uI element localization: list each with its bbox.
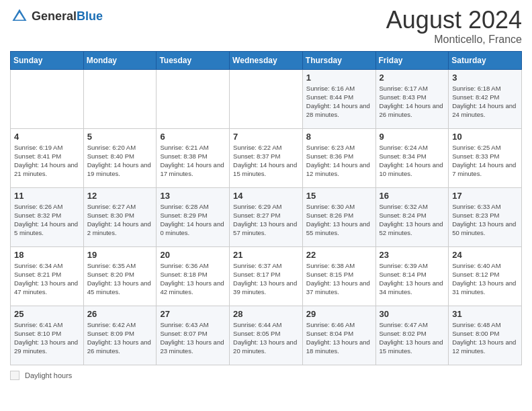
calendar-day-cell: 23Sunrise: 6:39 AM Sunset: 8:14 PM Dayli… [375, 246, 449, 306]
day-number: 4 [14, 132, 80, 142]
day-number: 11 [14, 191, 80, 201]
calendar-day-cell: 13Sunrise: 6:28 AM Sunset: 8:29 PM Dayli… [157, 187, 230, 246]
day-info: Sunrise: 6:38 AM Sunset: 8:15 PM Dayligh… [306, 261, 372, 297]
calendar-day-cell [157, 69, 230, 128]
page-header: GeneralBlue August 2024 Monticello, Fran… [10, 7, 522, 46]
calendar-day-cell: 21Sunrise: 6:37 AM Sunset: 8:17 PM Dayli… [230, 246, 303, 306]
day-number: 23 [380, 250, 445, 260]
day-info: Sunrise: 6:26 AM Sunset: 8:32 PM Dayligh… [14, 202, 80, 238]
calendar-day-cell: 27Sunrise: 6:43 AM Sunset: 8:07 PM Dayli… [157, 306, 230, 365]
logo-general: General [32, 10, 77, 22]
calendar-day-cell: 22Sunrise: 6:38 AM Sunset: 8:15 PM Dayli… [302, 246, 375, 306]
day-info: Sunrise: 6:46 AM Sunset: 8:04 PM Dayligh… [306, 320, 372, 356]
calendar-day-cell: 2Sunrise: 6:17 AM Sunset: 8:43 PM Daylig… [375, 69, 449, 128]
title-block: August 2024 Monticello, France [386, 7, 522, 46]
calendar-day-cell: 28Sunrise: 6:44 AM Sunset: 8:05 PM Dayli… [230, 306, 303, 365]
day-info: Sunrise: 6:16 AM Sunset: 8:44 PM Dayligh… [306, 84, 372, 120]
calendar-day-cell: 29Sunrise: 6:46 AM Sunset: 8:04 PM Dayli… [302, 306, 375, 365]
day-info: Sunrise: 6:37 AM Sunset: 8:17 PM Dayligh… [233, 261, 299, 297]
calendar-table: SundayMondayTuesdayWednesdayThursdayFrid… [10, 51, 522, 365]
calendar-day-cell: 18Sunrise: 6:34 AM Sunset: 8:21 PM Dayli… [11, 246, 84, 306]
calendar-day-cell: 1Sunrise: 6:16 AM Sunset: 8:44 PM Daylig… [302, 69, 375, 128]
day-info: Sunrise: 6:44 AM Sunset: 8:05 PM Dayligh… [233, 320, 299, 356]
day-number: 31 [452, 309, 518, 319]
calendar-day-cell: 9Sunrise: 6:24 AM Sunset: 8:34 PM Daylig… [375, 128, 449, 187]
day-number: 9 [380, 132, 445, 142]
calendar-week-row: 4Sunrise: 6:19 AM Sunset: 8:41 PM Daylig… [11, 128, 522, 187]
day-info: Sunrise: 6:30 AM Sunset: 8:26 PM Dayligh… [306, 202, 372, 238]
day-info: Sunrise: 6:36 AM Sunset: 8:18 PM Dayligh… [160, 261, 226, 297]
day-info: Sunrise: 6:29 AM Sunset: 8:27 PM Dayligh… [233, 202, 299, 238]
calendar-day-cell: 24Sunrise: 6:40 AM Sunset: 8:12 PM Dayli… [449, 246, 522, 306]
day-number: 25 [14, 309, 80, 319]
day-info: Sunrise: 6:41 AM Sunset: 8:10 PM Dayligh… [14, 320, 80, 356]
day-number: 24 [452, 250, 518, 260]
day-info: Sunrise: 6:24 AM Sunset: 8:34 PM Dayligh… [380, 143, 445, 179]
day-number: 12 [87, 191, 153, 201]
calendar-day-header: Monday [83, 51, 157, 69]
logo: GeneralBlue [10, 7, 103, 26]
calendar-day-cell: 6Sunrise: 6:21 AM Sunset: 8:38 PM Daylig… [157, 128, 230, 187]
calendar-day-header: Sunday [11, 51, 84, 69]
calendar-week-row: 25Sunrise: 6:41 AM Sunset: 8:10 PM Dayli… [11, 306, 522, 365]
calendar-header-row: SundayMondayTuesdayWednesdayThursdayFrid… [11, 51, 522, 69]
day-number: 26 [87, 309, 153, 319]
day-info: Sunrise: 6:48 AM Sunset: 8:00 PM Dayligh… [452, 320, 518, 356]
day-number: 16 [380, 191, 445, 201]
month-year-title: August 2024 [386, 7, 522, 34]
day-info: Sunrise: 6:21 AM Sunset: 8:38 PM Dayligh… [160, 143, 226, 179]
calendar-day-cell: 7Sunrise: 6:22 AM Sunset: 8:37 PM Daylig… [230, 128, 303, 187]
day-info: Sunrise: 6:47 AM Sunset: 8:02 PM Dayligh… [380, 320, 445, 356]
day-number: 3 [452, 73, 518, 83]
day-info: Sunrise: 6:20 AM Sunset: 8:40 PM Dayligh… [87, 143, 153, 179]
day-number: 20 [160, 250, 226, 260]
calendar-day-cell [83, 69, 157, 128]
day-info: Sunrise: 6:33 AM Sunset: 8:23 PM Dayligh… [452, 202, 518, 238]
day-info: Sunrise: 6:28 AM Sunset: 8:29 PM Dayligh… [160, 202, 226, 238]
legend-label: Daylight hours [25, 371, 72, 379]
day-number: 5 [87, 132, 153, 142]
logo-blue: Blue [77, 10, 103, 22]
day-number: 29 [306, 309, 372, 319]
calendar-day-cell: 19Sunrise: 6:35 AM Sunset: 8:20 PM Dayli… [83, 246, 157, 306]
day-number: 17 [452, 191, 518, 201]
calendar-day-cell: 4Sunrise: 6:19 AM Sunset: 8:41 PM Daylig… [11, 128, 84, 187]
day-number: 15 [306, 191, 372, 201]
day-info: Sunrise: 6:19 AM Sunset: 8:41 PM Dayligh… [14, 143, 80, 179]
day-number: 6 [160, 132, 226, 142]
day-info: Sunrise: 6:43 AM Sunset: 8:07 PM Dayligh… [160, 320, 226, 356]
calendar-day-cell: 20Sunrise: 6:36 AM Sunset: 8:18 PM Dayli… [157, 246, 230, 306]
day-info: Sunrise: 6:35 AM Sunset: 8:20 PM Dayligh… [87, 261, 153, 297]
calendar-day-cell: 17Sunrise: 6:33 AM Sunset: 8:23 PM Dayli… [449, 187, 522, 246]
calendar-day-header: Saturday [449, 51, 522, 69]
day-info: Sunrise: 6:39 AM Sunset: 8:14 PM Dayligh… [380, 261, 445, 297]
day-number: 18 [14, 250, 80, 260]
location-subtitle: Monticello, France [386, 34, 522, 46]
day-number: 14 [233, 191, 299, 201]
calendar-day-cell: 10Sunrise: 6:25 AM Sunset: 8:33 PM Dayli… [449, 128, 522, 187]
calendar-day-cell: 14Sunrise: 6:29 AM Sunset: 8:27 PM Dayli… [230, 187, 303, 246]
calendar-day-cell: 5Sunrise: 6:20 AM Sunset: 8:40 PM Daylig… [83, 128, 157, 187]
calendar-day-cell: 25Sunrise: 6:41 AM Sunset: 8:10 PM Dayli… [11, 306, 84, 365]
generalblue-icon [10, 7, 29, 26]
calendar-day-cell [230, 69, 303, 128]
calendar-day-header: Friday [375, 51, 449, 69]
calendar-day-cell: 30Sunrise: 6:47 AM Sunset: 8:02 PM Dayli… [375, 306, 449, 365]
day-info: Sunrise: 6:27 AM Sunset: 8:30 PM Dayligh… [87, 202, 153, 238]
day-info: Sunrise: 6:34 AM Sunset: 8:21 PM Dayligh… [14, 261, 80, 297]
day-number: 22 [306, 250, 372, 260]
day-info: Sunrise: 6:42 AM Sunset: 8:09 PM Dayligh… [87, 320, 153, 356]
day-number: 21 [233, 250, 299, 260]
logo-text: GeneralBlue [32, 10, 103, 22]
calendar-day-header: Tuesday [157, 51, 230, 69]
day-info: Sunrise: 6:23 AM Sunset: 8:36 PM Dayligh… [306, 143, 372, 179]
calendar-day-cell: 11Sunrise: 6:26 AM Sunset: 8:32 PM Dayli… [11, 187, 84, 246]
day-number: 8 [306, 132, 372, 142]
calendar-footer: Daylight hours [10, 371, 522, 380]
day-info: Sunrise: 6:32 AM Sunset: 8:24 PM Dayligh… [380, 202, 445, 238]
day-number: 27 [160, 309, 226, 319]
day-info: Sunrise: 6:22 AM Sunset: 8:37 PM Dayligh… [233, 143, 299, 179]
calendar-day-cell: 12Sunrise: 6:27 AM Sunset: 8:30 PM Dayli… [83, 187, 157, 246]
calendar-day-cell: 31Sunrise: 6:48 AM Sunset: 8:00 PM Dayli… [449, 306, 522, 365]
calendar-day-cell: 26Sunrise: 6:42 AM Sunset: 8:09 PM Dayli… [83, 306, 157, 365]
